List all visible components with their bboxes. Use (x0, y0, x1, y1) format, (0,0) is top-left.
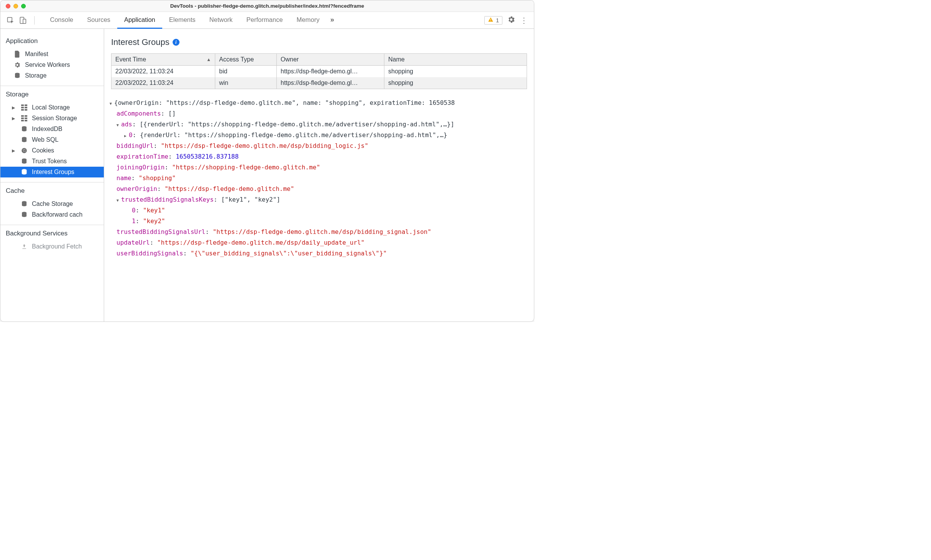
sidebar-label: Session Storage (32, 115, 77, 122)
tab-console[interactable]: Console (43, 12, 80, 29)
issues-badge[interactable]: 1 (484, 16, 502, 25)
sidebar-label: Web SQL (32, 136, 58, 143)
sidebar-item-local-storage[interactable]: ▶ Local Storage (0, 102, 104, 113)
json-node-adcomponents[interactable]: adComponents: [] (105, 108, 530, 119)
expand-icon[interactable]: ▶ (12, 116, 16, 121)
minimize-window-button[interactable] (13, 4, 18, 8)
sidebar-heading-application: Application (0, 36, 104, 49)
json-node-joiningorigin[interactable]: joiningOrigin: "https://shopping-fledge-… (105, 162, 530, 173)
col-header-owner[interactable]: Owner (277, 54, 384, 65)
more-menu-icon[interactable]: ⋮ (520, 16, 528, 25)
json-node-trustedbiddingsignalsurl[interactable]: trustedBiddingSignalsUrl: "https://dsp-f… (105, 227, 530, 237)
json-node-ads-0[interactable]: 0: {renderUrl: "https://shopping-fledge-… (105, 130, 530, 141)
expand-icon[interactable]: ▶ (12, 105, 16, 110)
cell-name: shopping (384, 66, 527, 77)
interest-groups-table: Event Time ▲ Access Type Owner Name 22/0… (111, 53, 527, 89)
devtools-window: DevTools - publisher-fledge-demo.glitch.… (0, 0, 534, 322)
sidebar-heading-bg: Background Services (0, 228, 104, 241)
sidebar-item-web-sql[interactable]: Web SQL (0, 134, 104, 145)
svg-rect-11 (25, 109, 27, 111)
close-window-button[interactable] (6, 4, 10, 8)
sidebar-item-interest-groups[interactable]: Interest Groups (0, 167, 104, 177)
tab-memory[interactable]: Memory (290, 12, 327, 29)
json-node-expirationtime[interactable]: expirationTime: 1650538216.837188 (105, 151, 530, 162)
cell-event-time: 22/03/2022, 11:03:24 (111, 66, 215, 77)
svg-rect-2 (23, 19, 26, 23)
col-header-event-time[interactable]: Event Time ▲ (111, 54, 215, 65)
gear-icon (13, 61, 21, 69)
sidebar-heading-cache: Cache (0, 186, 104, 199)
sidebar-label: IndexedDB (32, 126, 62, 133)
tab-sources[interactable]: Sources (80, 12, 118, 29)
cell-access-type: win (215, 77, 277, 89)
sidebar-item-storage-overview[interactable]: Storage (0, 70, 104, 81)
sidebar-item-manifest[interactable]: Manifest (0, 49, 104, 60)
svg-rect-10 (21, 109, 24, 111)
cookie-icon (20, 147, 28, 154)
json-summary-line[interactable]: {ownerOrigin: "https://dsp-fledge-demo.g… (105, 98, 530, 108)
svg-rect-6 (21, 104, 24, 106)
json-node-tbskeys-0[interactable]: 0: "key1" (105, 205, 530, 216)
svg-rect-3 (490, 19, 491, 20)
table-icon (20, 104, 28, 111)
expand-icon[interactable]: ▶ (12, 148, 16, 153)
sidebar-item-cookies[interactable]: ▶ Cookies (0, 145, 104, 156)
sidebar-item-service-workers[interactable]: Service Workers (0, 60, 104, 70)
device-toggle-icon[interactable] (19, 17, 27, 24)
col-header-access-type[interactable]: Access Type (215, 54, 277, 65)
sidebar-section-bg-services: Background Services Background Fetch (0, 225, 104, 257)
json-node-userbiddingsignals[interactable]: userBiddingSignals: "{\"user_bidding_sig… (105, 248, 530, 259)
inspect-icon[interactable] (7, 17, 14, 24)
tabbar-divider (34, 16, 35, 25)
database-icon (20, 200, 28, 208)
tab-performance[interactable]: Performance (239, 12, 289, 29)
maximize-window-button[interactable] (21, 4, 26, 8)
json-node-tbskeys-1[interactable]: 1: "key2" (105, 216, 530, 227)
sidebar-item-bf-cache[interactable]: Back/forward cach (0, 209, 104, 220)
svg-point-20 (22, 148, 27, 153)
sidebar-item-indexeddb[interactable]: IndexedDB (0, 124, 104, 134)
sidebar-item-bg-fetch[interactable]: Background Fetch (0, 241, 104, 252)
svg-rect-15 (25, 118, 27, 119)
page-title: Interest Groups (111, 37, 170, 47)
database-icon (20, 125, 28, 133)
database-icon (20, 136, 28, 144)
table-row[interactable]: 22/03/2022, 11:03:24 bid https://dsp-fle… (111, 66, 527, 77)
svg-rect-14 (21, 118, 24, 119)
application-sidebar: Application Manifest Service Workers Sto… (0, 29, 104, 321)
sidebar-item-session-storage[interactable]: ▶ Session Storage (0, 113, 104, 124)
cell-owner: https://dsp-fledge-demo.gl… (277, 66, 384, 77)
svg-rect-16 (21, 120, 24, 121)
svg-rect-17 (25, 120, 27, 121)
cell-name: shopping (384, 77, 527, 89)
detail-json-viewer[interactable]: {ownerOrigin: "https://dsp-fledge-demo.g… (104, 89, 534, 321)
sidebar-heading-storage: Storage (0, 89, 104, 102)
cell-event-time: 22/03/2022, 11:03:24 (111, 77, 215, 89)
sidebar-label: Interest Groups (32, 169, 74, 176)
info-icon[interactable]: i (173, 39, 180, 46)
sidebar-label: Manifest (25, 51, 48, 58)
json-node-biddingurl[interactable]: biddingUrl: "https://dsp-fledge-demo.gli… (105, 141, 530, 151)
sidebar-label: Service Workers (25, 61, 70, 68)
sidebar-item-cache-storage[interactable]: Cache Storage (0, 199, 104, 209)
tab-elements[interactable]: Elements (162, 12, 203, 29)
upload-icon (20, 243, 28, 250)
json-node-ownerorigin[interactable]: ownerOrigin: "https://dsp-fledge-demo.gl… (105, 184, 530, 194)
sidebar-label: Back/forward cach (32, 211, 83, 218)
settings-icon[interactable] (507, 15, 515, 25)
content-pane: Interest Groups i Event Time ▲ Access Ty… (104, 29, 534, 321)
json-node-updateurl[interactable]: updateUrl: "https://dsp-fledge-demo.glit… (105, 237, 530, 248)
cell-access-type: bid (215, 66, 277, 77)
sidebar-item-trust-tokens[interactable]: Trust Tokens (0, 156, 104, 167)
json-node-name[interactable]: name: "shopping" (105, 173, 530, 184)
sidebar-label: Storage (25, 72, 47, 79)
tab-application[interactable]: Application (117, 12, 162, 29)
col-header-name[interactable]: Name (384, 54, 527, 65)
database-icon (20, 211, 28, 219)
json-node-trustedbiddingsignalskeys[interactable]: trustedBiddingSignalsKeys: ["key1", "key… (105, 194, 530, 205)
json-node-ads[interactable]: ads: [{renderUrl: "https://shopping-fled… (105, 119, 530, 130)
titlebar: DevTools - publisher-fledge-demo.glitch.… (0, 0, 534, 12)
tab-network[interactable]: Network (203, 12, 240, 29)
table-row[interactable]: 22/03/2022, 11:03:24 win https://dsp-fle… (111, 77, 527, 89)
tab-more[interactable]: » (326, 12, 338, 29)
